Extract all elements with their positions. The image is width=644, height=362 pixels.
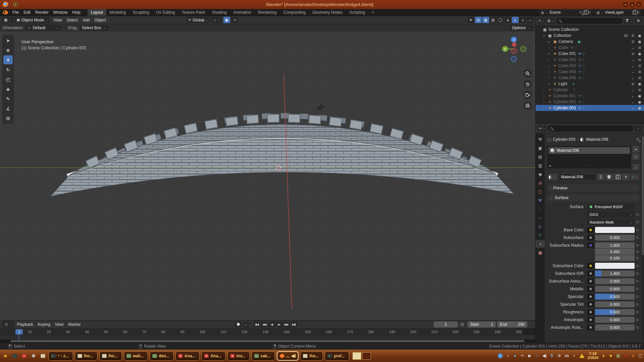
viewport-tool-button[interactable]: ∡ <box>3 104 13 113</box>
viewport-tool-button[interactable]: ↻ <box>3 65 13 74</box>
properties-tab[interactable]: ○ <box>536 214 545 222</box>
topbar-menu[interactable]: Render <box>33 9 51 16</box>
pan-button[interactable] <box>523 80 532 88</box>
taskbar-window-button[interactable]: ... ◀))) <box>277 351 299 361</box>
window-shade-button[interactable]: ▾ <box>623 2 628 7</box>
window-maximize-button[interactable]: ▴ <box>630 2 635 7</box>
outliner-row[interactable]: ▸ Cylinder.002 <box>536 99 644 105</box>
tray-app-icon[interactable]: a <box>631 353 635 358</box>
node-socket[interactable] <box>587 263 594 269</box>
expander-icon[interactable]: ▸ <box>548 76 552 79</box>
hide-viewport-toggle[interactable] <box>630 106 636 110</box>
properties-tab[interactable]: ◑ <box>536 240 545 248</box>
property-control[interactable] <box>595 263 635 269</box>
timeline-editor[interactable]: ◷⌄ PlaybackKeyingViewMarker ⌄ ▮◀◀◀◀▶▶▶▶▮… <box>0 320 535 343</box>
properties-tab[interactable]: ▢ <box>536 188 545 195</box>
properties-tab[interactable]: ⚒ <box>536 135 545 143</box>
outliner-row[interactable]: ▸ Camera <box>536 39 644 45</box>
keying-set-chevron[interactable]: ⌄ <box>242 321 249 327</box>
frame-start-field[interactable]: Start1 <box>468 321 496 327</box>
topbar-menu[interactable]: File <box>10 9 21 16</box>
sidebar-collapse-arrow[interactable]: ‹ <box>533 44 535 48</box>
object-name[interactable]: Cube <box>558 45 568 50</box>
mode-dropdown[interactable]: ▣Object Mode⌄ <box>14 17 50 23</box>
taskbar-window-button[interactable]: ~ : z... <box>48 351 73 361</box>
list-resize-grip[interactable]: ∷∷ <box>587 165 591 168</box>
hide-viewport-toggle[interactable] <box>630 64 636 68</box>
expander-icon[interactable]: ▾ <box>543 34 547 37</box>
disable-render-toggle[interactable] <box>637 70 642 74</box>
stopwatch-icon[interactable]: ◷ <box>460 322 464 327</box>
workspace-tab[interactable]: Layout <box>88 9 106 16</box>
editor-type-button[interactable]: ▦⌄ <box>2 17 13 23</box>
topbar-menu[interactable]: Window <box>51 9 70 16</box>
outliner-row[interactable]: ▸ Cube.001 <box>536 51 644 57</box>
toggle-perspective-button[interactable] <box>523 101 532 110</box>
property-control[interactable]: 0.100 <box>595 255 635 261</box>
hide-viewport-toggle[interactable] <box>630 94 636 98</box>
property-control[interactable]: 0.000 <box>595 286 635 292</box>
object-name[interactable]: Cylinder <box>553 87 568 92</box>
timeline-menu[interactable]: Keying <box>36 322 53 327</box>
property-control[interactable]: 0.500 <box>595 294 635 300</box>
pin-icon[interactable] <box>580 11 582 14</box>
material-slot-list[interactable]: Material.006 ▶ ∷∷ <box>547 146 631 168</box>
viewlayer-selector[interactable]: ▥⌄ ViewLayer ✕ <box>595 9 642 15</box>
viewport-tool-button[interactable]: ✛ <box>3 55 13 64</box>
viewport-toggle[interactable]: ▥ <box>490 17 496 23</box>
tray-warning-icon[interactable] <box>579 354 585 358</box>
proportional-edit-toggle[interactable]: ◉ <box>223 17 230 23</box>
timeline-ruler[interactable]: 1020304050607080901001101201301401501601… <box>0 328 535 335</box>
tray-app-icon[interactable]: ▦ <box>616 353 621 358</box>
outliner-display-mode-button[interactable]: ≡⌄ <box>538 18 545 24</box>
tray-icon[interactable]: ● <box>513 353 518 358</box>
properties-search-input[interactable] <box>548 125 633 131</box>
disable-render-toggle[interactable] <box>637 82 642 86</box>
property-control[interactable]: 0.200 <box>595 249 635 255</box>
outliner-row[interactable]: ▸ Cylinder.003 <box>536 105 644 111</box>
object-name[interactable]: Scene Collection <box>548 27 579 32</box>
outliner-row[interactable]: ▸ Cube.005 <box>536 75 644 81</box>
light-object[interactable] <box>316 103 326 111</box>
properties-tab[interactable]: ◎ <box>536 179 545 187</box>
object-name[interactable]: Cube.004 <box>558 69 576 74</box>
outliner-row[interactable]: ▸ Cylinder <box>536 87 644 93</box>
taskbar-window-button[interactable]: /ho... <box>300 351 323 361</box>
outliner-row[interactable]: Scene Collection <box>536 26 644 33</box>
tray-icon[interactable]: ♪ <box>505 353 510 358</box>
pin-icon[interactable] <box>637 138 639 141</box>
transform-orientation-dropdown[interactable]: ✛Global⌄ <box>186 17 210 23</box>
collection-checkbox[interactable] <box>623 34 629 38</box>
object-name[interactable]: Cube.003 <box>558 63 576 68</box>
scene-selector[interactable]: ◍⌄ Scene ✕ <box>539 9 593 15</box>
property-control[interactable]: Random Walk <box>587 219 635 225</box>
viewport-tool-button[interactable]: ⊕ <box>3 46 13 55</box>
outliner-row[interactable]: ▸ Cylinder.001 <box>536 93 644 99</box>
expander-icon[interactable]: ▸ <box>543 88 547 92</box>
breadcrumb-material[interactable]: Material.006 <box>586 137 608 142</box>
taskbar-window-button[interactable]: pref... <box>325 351 349 361</box>
taskbar-window-button[interactable]: /ho... <box>75 351 98 361</box>
disable-render-toggle[interactable] <box>637 58 642 62</box>
timeline-track[interactable] <box>0 335 535 340</box>
v-app-launcher[interactable] <box>20 352 28 360</box>
workspace-tab[interactable]: UV Editing <box>153 9 178 16</box>
node-socket[interactable] <box>587 309 594 315</box>
taskbar-window-button[interactable]: wall... <box>124 351 148 361</box>
tray-icon[interactable]: ≈ <box>572 353 577 358</box>
window-menu-icon[interactable] <box>13 2 18 7</box>
taskbar-window-button[interactable]: Ana... <box>175 351 200 361</box>
viewport-toggle[interactable]: ◎ <box>475 17 482 23</box>
node-socket[interactable] <box>587 270 594 277</box>
viewport-tool-button[interactable]: ◰ <box>3 75 13 84</box>
object-name[interactable]: Cylinder.002 <box>553 100 576 104</box>
outliner-row[interactable]: ▸ Cube <box>536 45 644 51</box>
viewport-toggle[interactable]: ◐ <box>512 17 519 23</box>
workspace-tab[interactable]: Compositing <box>280 9 309 16</box>
workspace-tab[interactable]: + <box>369 9 378 16</box>
property-control[interactable]: GGX <box>587 212 635 218</box>
tray-app-icon[interactable]: ▢ <box>638 353 643 358</box>
property-control[interactable] <box>595 227 635 233</box>
taskbar-window-button[interactable]: sak... <box>252 351 275 361</box>
workspace-tab[interactable]: Scripting <box>346 9 369 16</box>
